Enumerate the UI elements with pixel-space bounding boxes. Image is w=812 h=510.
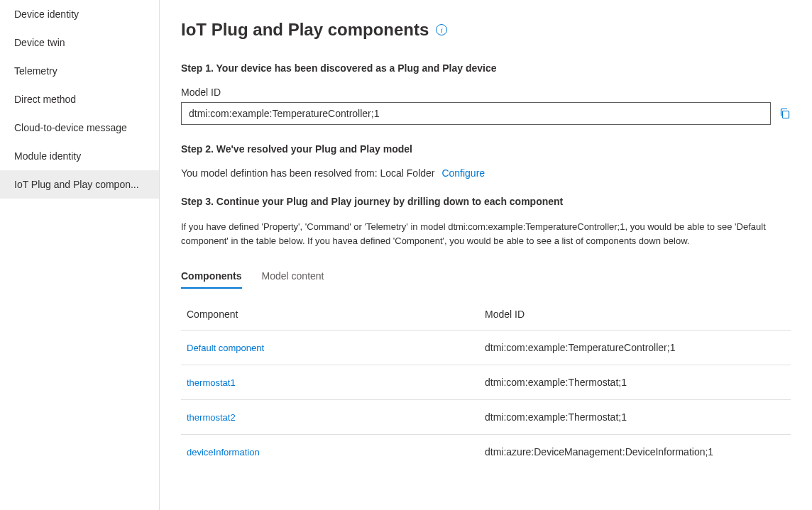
configure-link[interactable]: Configure [441, 167, 485, 179]
main-content: IoT Plug and Play components i Step 1. Y… [160, 0, 812, 510]
table-row: Default component dtmi:com:example:Tempe… [181, 330, 791, 365]
model-id-text: dtmi:com:example:TemperatureController;1 [485, 342, 675, 353]
sidebar: Device identity Device twin Telemetry Di… [0, 0, 160, 510]
step2-heading: Step 2. We've resolved your Plug and Pla… [181, 143, 791, 155]
table-row: thermostat1 dtmi:com:example:Thermostat;… [181, 365, 791, 399]
sidebar-item-direct-method[interactable]: Direct method [0, 85, 159, 113]
model-id-row [181, 102, 791, 125]
step1-heading: Step 1. Your device has been discovered … [181, 62, 791, 74]
tab-model-content[interactable]: Model content [262, 265, 324, 289]
component-link[interactable]: deviceInformation [187, 447, 260, 458]
sidebar-item-device-identity[interactable]: Device identity [0, 0, 159, 28]
tabs: Components Model content [181, 265, 791, 289]
sidebar-item-cloud-to-device-message[interactable]: Cloud-to-device message [0, 113, 159, 142]
sidebar-item-device-twin[interactable]: Device twin [0, 28, 159, 57]
table-row: deviceInformation dtmi:azure:DeviceManag… [181, 434, 791, 469]
model-id-text: dtmi:com:example:Thermostat;1 [485, 377, 627, 388]
step3-heading: Step 3. Continue your Plug and Play jour… [181, 196, 791, 207]
sidebar-item-iot-plug-and-play[interactable]: IoT Plug and Play compon... [0, 170, 159, 199]
page-title: IoT Plug and Play components i [181, 20, 791, 40]
table-header: Component Model ID [181, 309, 791, 330]
table-row: thermostat2 dtmi:com:example:Thermostat;… [181, 399, 791, 434]
model-id-text: dtmi:azure:DeviceManagement:DeviceInform… [485, 446, 713, 458]
step3-description: If you have defined 'Property', 'Command… [181, 220, 791, 248]
components-table: Component Model ID Default component dtm… [181, 309, 791, 469]
info-icon[interactable]: i [436, 24, 447, 35]
component-link[interactable]: thermostat2 [187, 412, 236, 423]
sidebar-item-telemetry[interactable]: Telemetry [0, 57, 159, 85]
model-id-text: dtmi:com:example:Thermostat;1 [485, 411, 627, 423]
model-id-label: Model ID [181, 87, 791, 98]
component-link[interactable]: Default component [187, 343, 264, 353]
copy-icon[interactable] [779, 108, 791, 119]
component-link[interactable]: thermostat1 [187, 377, 236, 388]
col-header-model-id: Model ID [485, 309, 791, 320]
step2-body: You model defintion has been resolved fr… [181, 167, 791, 179]
step2-body-text: You model defintion has been resolved fr… [181, 167, 434, 179]
sidebar-item-module-identity[interactable]: Module identity [0, 142, 159, 170]
tab-components[interactable]: Components [181, 265, 242, 289]
page-title-text: IoT Plug and Play components [181, 20, 429, 40]
model-id-input[interactable] [181, 102, 771, 125]
svg-rect-0 [783, 111, 789, 118]
col-header-component: Component [187, 309, 485, 320]
